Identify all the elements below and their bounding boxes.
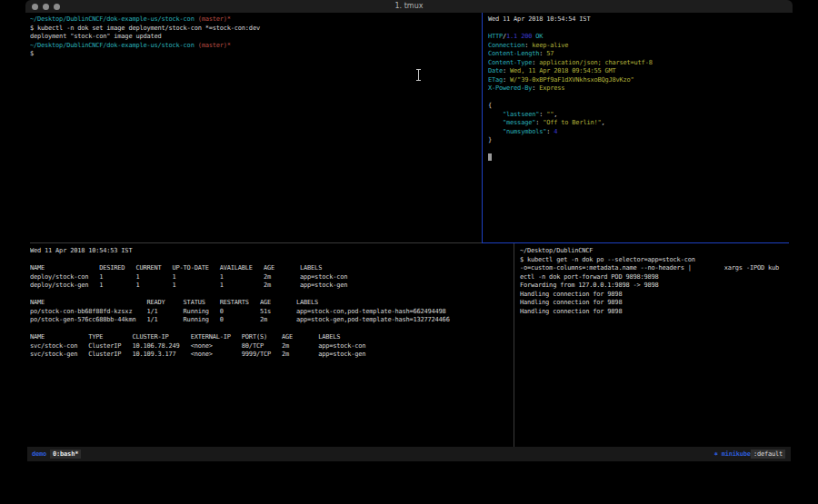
terminal-line: Wed 11 Apr 2018 10:54:54 IST [488,15,793,25]
pane-http-response[interactable]: Wed 11 Apr 2018 10:54:54 IST HTTP/1.1 20… [483,13,793,242]
terminal-line: $ [30,50,482,59]
window-title: 1. tmux [25,2,793,10]
tmux-status-bar: demo 0:bash* ⎈ minikube :default [27,447,791,461]
terminal-line: Content-Type: application/json; charset=… [488,59,793,68]
terminal-line [488,94,793,103]
text-segment: po/stock-con-bb68f88fd-kzsxz 1/1 Running… [30,308,446,315]
terminal-line: Handling connection for 9898 [520,291,789,300]
text-segment: $ [30,50,34,57]
text-segment: ETag [488,76,503,84]
text-segment: Forwarding from 127.0.0.1:9898 -> 9898 [520,282,659,289]
text-segment: ~/Desktop/DublinCNCF [520,247,593,254]
terminal-line: Forwarding from 127.0.0.1:9898 -> 9898 [520,282,789,291]
terminal-line: deployment "stock-con" image updated [30,33,482,42]
text-segment [488,111,503,118]
text-segment: $ kubectl get -n dok po --selector=app=s… [520,256,695,263]
text-segment: Connection [488,42,524,49]
terminal-line: X-Powered-By: Express [488,84,793,94]
terminal-line: } [488,136,793,145]
text-segment: Handling connection for 9898 [520,291,622,298]
text-segment: (master)* [198,15,231,23]
text-segment: "message" [503,119,535,126]
text-segment: : [532,84,539,92]
text-segment: } [488,136,492,143]
terminal-line [30,325,514,334]
terminal-line: "lastseen": "", [488,111,793,120]
terminal-line: deploy/stock-con 1 1 1 1 2m app=stock-co… [30,273,514,282]
mouse-cursor-ibeam-icon [415,67,422,79]
text-segment: ~/Desktop/DublinCNCF/dok-example-us/stoc… [30,42,195,49]
text-segment: Content-Type [488,59,532,66]
kube-context: minikube [718,450,751,458]
text-segment: : [503,67,510,74]
text-segment: po/stock-gen-576cc688bb-44kmn 1/1 Runnin… [30,316,450,323]
terminal-line: "numsymbols": 4 [488,128,793,137]
text-segment: : [524,42,532,49]
terminal-line [30,256,514,265]
text-segment: , [554,111,557,118]
text-segment: deploy/stock-con 1 1 1 1 2m app=stock-co… [30,273,347,281]
text-segment: : [532,59,539,66]
text-segment: (master)* [198,42,231,49]
terminal-line: ETag: W/"39-0xBPf9aF1dXVNkhsxoBQgJ8vKzo" [488,76,793,85]
terminal-line: ~/Desktop/DublinCNCF/dok-example-us/stoc… [30,15,482,25]
text-segment: NAME TYPE CLUSTER-IP EXTERNAL-IP PORT(S)… [30,333,340,341]
terminal-line: svc/stock-con ClusterIP 10.106.78.249 <n… [30,342,514,351]
text-segment: deploy/stock-gen 1 1 1 1 2m app=stock-ge… [30,282,347,289]
text-segment: Content-Length [488,50,539,57]
terminal-line [488,145,793,154]
terminal-line: Wed 11 Apr 2018 10:54:53 IST [30,247,514,256]
terminal-line: $ kubectl -n dok set image deployment/st… [30,25,482,34]
terminal-line: NAME READY STATUS RESTARTS AGE LABELS [30,299,514,308]
pane-port-forward[interactable]: ~/Desktop/DublinCNCF$ kubectl get -n dok… [514,243,789,447]
session-name: demo [32,450,46,458]
terminal-line: deploy/stock-gen 1 1 1 1 2m app=stock-ge… [30,282,514,291]
text-segment: NAME DESIRED CURRENT UP-TO-DATE AVAILABL… [30,264,322,272]
text-segment: keep-alive [532,42,568,49]
text-segment: HTTP [488,33,503,40]
text-segment: application/json; charset=utf-8 [539,59,652,66]
text-segment: NAME READY STATUS RESTARTS AGE LABELS [30,299,318,306]
desktop: { "window": { "title": "1. tmux" }, "pal… [0,0,818,504]
text-segment: Handling connection for 9898 [520,308,622,315]
terminal-line: svc/stock-gen ClusterIP 10.109.3.177 <no… [30,351,514,360]
text-segment: "lastseen" [503,111,539,118]
text-segment [488,119,503,126]
text-segment: "Off to Berlin!" [543,119,601,126]
terminal-line: ectl -n dok port-forward POD 9898:9898 [520,273,789,282]
terminal-line: ~/Desktop/DublinCNCF/dok-example-us/stoc… [30,42,482,51]
terminal-line: Handling connection for 9898 [520,299,789,308]
terminal-line: HTTP/1.1 200 OK [488,33,793,42]
text-segment: ectl -n dok port-forward POD 9898:9898 [520,273,659,281]
text-segment: X-Powered-By [488,84,532,92]
text-segment: 4 [554,128,557,135]
terminal-line: Content-Length: 57 [488,50,793,59]
window-titlebar[interactable]: 1. tmux [25,0,793,13]
text-segment [488,128,503,135]
terminal-line: po/stock-gen-576cc688bb-44kmn 1/1 Runnin… [30,316,514,325]
text-segment: ~/Desktop/DublinCNCF/dok-example-us/stoc… [30,15,195,23]
text-segment: OK [532,33,543,40]
terminal-line: Date: Wed, 11 Apr 2018 09:54:55 GMT [488,67,793,76]
terminal-line: NAME DESIRED CURRENT UP-TO-DATE AVAILABL… [30,264,514,273]
pane-shell-top-left[interactable]: ~/Desktop/DublinCNCF/dok-example-us/stoc… [30,13,482,242]
terminal-line: Connection: keep-alive [488,42,793,51]
terminal-line: Handling connection for 9898 [520,308,789,317]
window-tab-0-bash[interactable]: 0:bash* [50,450,81,459]
terminal-line [488,153,793,163]
terminal-line: { [488,102,793,111]
block-cursor [488,153,492,161]
terminal-line: po/stock-con-bb68f88fd-kzsxz 1/1 Running… [30,308,514,317]
status-right: ⎈ minikube :default [714,450,785,459]
terminal-line: ~/Desktop/DublinCNCF [520,247,789,256]
terminal-line: "message": "Off to Berlin!", [488,119,793,128]
terminal-window: 1. tmux ~/Desktop/DublinCNCF/dok-example… [25,0,793,461]
text-segment: , [601,119,604,126]
text-segment: svc/stock-gen ClusterIP 10.109.3.177 <no… [30,351,365,358]
text-segment: W/"39-0xBPf9aF1dXVNkhsxoBQgJ8vKzo" [510,76,634,84]
terminal-line: -o=custom-columns=:metadata.name --no-he… [520,264,789,273]
text-segment: Date [488,67,503,74]
tmux-session: ~/Desktop/DublinCNCF/dok-example-us/stoc… [25,13,793,447]
pane-kubectl-watch[interactable]: Wed 11 Apr 2018 10:54:53 IST NAME DESIRE… [30,243,514,447]
text-segment: Handling connection for 9898 [520,299,622,306]
